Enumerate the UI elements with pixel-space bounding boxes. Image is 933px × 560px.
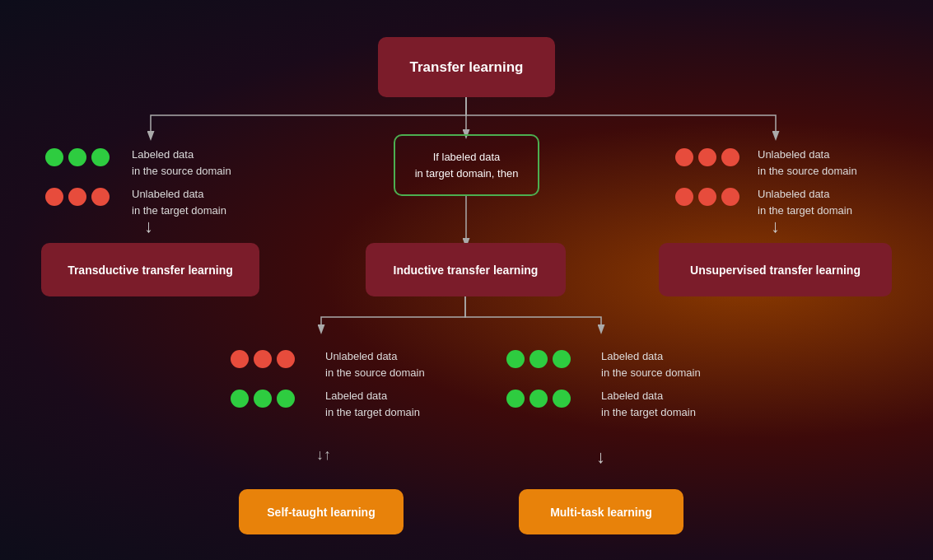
dot <box>506 390 525 408</box>
left-red-dots <box>45 188 110 206</box>
multitask-arrow-down: ↓ <box>596 446 605 468</box>
dot <box>529 390 548 408</box>
multitask-label: Multi-task learning <box>550 506 652 519</box>
unsupervised-label: Unsupervised transfer learning <box>690 264 861 277</box>
left-arrow-down: ↓ <box>144 216 153 237</box>
right-red1-dots <box>675 148 739 166</box>
dot <box>277 350 295 368</box>
dot <box>506 350 525 368</box>
bottom-right-green1-label: Labeled data in the source domain <box>601 348 701 380</box>
dot <box>231 390 249 408</box>
dot <box>254 350 272 368</box>
right-red2-label: Unlabeled data in the target domain <box>758 186 852 218</box>
left-green-dots <box>45 148 110 166</box>
dot <box>553 350 571 368</box>
left-red-label: Unlabeled data in the target domain <box>132 186 226 218</box>
selftaught-arrow: ↓↑ <box>316 446 331 464</box>
bottom-left-green-label: Labeled data in the target domain <box>325 388 420 420</box>
dot <box>68 188 86 206</box>
dot <box>675 188 693 206</box>
selftaught-label: Self-taught learning <box>267 506 375 519</box>
transfer-learning-label: Transfer learning <box>410 59 524 76</box>
dot <box>529 350 548 368</box>
right-red2-dots <box>675 188 739 206</box>
dot <box>721 148 739 166</box>
dot <box>553 390 571 408</box>
bottom-right-green1-dots <box>506 350 571 368</box>
condition-label: If labeled data in target domain, then <box>415 149 519 181</box>
unsupervised-box: Unsupervised transfer learning <box>659 243 892 296</box>
diagram: Transfer learning If labeled data in tar… <box>0 0 933 560</box>
multitask-box: Multi-task learning <box>519 489 683 534</box>
bottom-right-green2-label: Labeled data in the target domain <box>601 388 696 420</box>
selftaught-box: Self-taught learning <box>239 489 404 534</box>
dot <box>45 148 63 166</box>
dot <box>254 390 272 408</box>
dot <box>277 390 295 408</box>
dot <box>721 188 739 206</box>
dot <box>698 148 716 166</box>
bottom-right-green2-dots <box>506 390 571 408</box>
inductive-label: Inductive transfer learning <box>394 264 539 277</box>
dot <box>675 148 693 166</box>
left-green-label: Labeled data in the source domain <box>132 147 231 179</box>
right-arrow-down: ↓ <box>771 216 780 237</box>
bottom-left-red-label: Unlabeled data in the source domain <box>325 348 425 380</box>
bottom-left-red-dots <box>231 350 295 368</box>
bottom-left-green-dots <box>231 390 295 408</box>
dot <box>91 188 110 206</box>
transfer-learning-box: Transfer learning <box>378 37 555 97</box>
dot <box>231 350 249 368</box>
transductive-label: Transductive transfer learning <box>68 264 233 277</box>
dot <box>698 188 716 206</box>
condition-box: If labeled data in target domain, then <box>394 134 539 196</box>
transductive-box: Transductive transfer learning <box>41 243 259 296</box>
dot <box>91 148 110 166</box>
dot <box>45 188 63 206</box>
inductive-box: Inductive transfer learning <box>366 243 566 296</box>
right-red1-label: Unlabeled data in the source domain <box>758 147 857 179</box>
dot <box>68 148 86 166</box>
